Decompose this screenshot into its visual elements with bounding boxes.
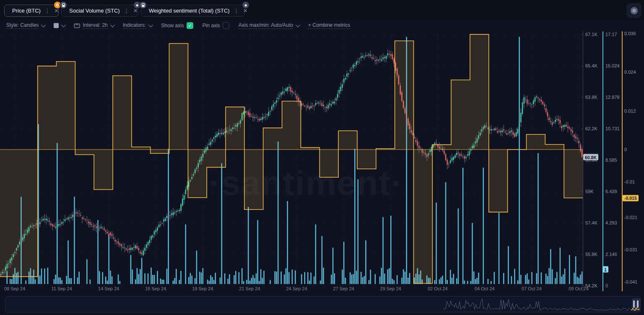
price-candle	[389, 54, 390, 54]
brush-handle-right[interactable]	[637, 300, 639, 308]
combine-metrics-button[interactable]: + Combine metrics	[308, 22, 350, 29]
style-dropdown[interactable]: Style: Candles	[6, 22, 44, 29]
price-candle	[218, 133, 219, 135]
social-volume-bar	[315, 225, 317, 284]
tab-label: Social Volume (STC)	[69, 8, 120, 14]
social-volume-axis-line[interactable]	[602, 31, 603, 291]
social-volume-bar	[545, 274, 547, 284]
social-volume-bar	[295, 271, 296, 284]
price-candle	[320, 103, 321, 103]
social-volume-bar	[260, 269, 262, 284]
show-axis-toggle[interactable]: Show axis ✓	[161, 22, 193, 29]
price-candle	[303, 104, 304, 105]
social-volume-bar	[99, 271, 100, 284]
price-candle	[141, 253, 143, 254]
price-candle	[453, 157, 454, 160]
price-candle	[210, 142, 211, 145]
brush-handle-left[interactable]	[633, 300, 635, 308]
price-candle	[256, 117, 257, 118]
price-candle	[124, 248, 125, 248]
price-candle	[166, 216, 168, 218]
social-volume-bar	[358, 179, 359, 284]
price-candle	[415, 139, 417, 142]
price-tick-label: 57.4K	[585, 220, 597, 225]
price-candle	[325, 107, 326, 107]
kebab-menu-icon[interactable]: ⋮	[123, 8, 130, 14]
tab-price-btc[interactable]: Price (BTC) ⋮ ✕	[4, 5, 59, 17]
price-candle	[318, 103, 319, 103]
main-chart-canvas[interactable]	[0, 31, 583, 294]
price-candle	[456, 153, 457, 155]
social-volume-bar	[382, 217, 384, 284]
price-candle	[514, 134, 515, 137]
x-axis-date-label: 24 Sep 24	[286, 286, 307, 291]
social-volume-bar	[387, 269, 389, 284]
pin-axis-checkbox[interactable]	[223, 22, 229, 29]
social-volume-bar	[57, 143, 58, 284]
timeline-minimap[interactable]	[5, 296, 641, 312]
price-candle	[54, 225, 55, 227]
tab-social-volume[interactable]: Social Volume (STC) ⋮ ✕	[61, 5, 138, 17]
x-axis-date-label: 27 Sep 24	[333, 286, 354, 291]
social-volume-bar	[286, 268, 287, 284]
social-volume-bar	[322, 236, 323, 284]
kebab-menu-icon[interactable]: ⋮	[233, 8, 240, 14]
price-candle	[88, 222, 89, 223]
social-volume-bar	[119, 281, 121, 284]
chevron-down-icon	[41, 23, 46, 27]
show-axis-checkbox[interactable]: ✓	[187, 22, 193, 29]
tab-weighted-sentiment[interactable]: Weighted sentiment (Total) (STC) ⋮ ✕	[141, 5, 245, 17]
price-candle	[541, 100, 542, 102]
price-candle	[323, 105, 324, 106]
price-candle	[105, 230, 106, 231]
price-candle	[182, 199, 183, 206]
social-volume-bar	[55, 275, 56, 284]
price-candle	[66, 219, 68, 219]
social-volume-bar	[190, 273, 191, 284]
interval-dropdown[interactable]: Interval: 2h	[74, 22, 113, 29]
social-tick-label: 6.439	[605, 189, 617, 194]
price-candle	[519, 124, 520, 128]
price-candle	[144, 248, 145, 251]
social-volume-bar	[249, 281, 251, 284]
sentiment-axis-line[interactable]	[622, 31, 623, 291]
price-candle	[500, 131, 501, 132]
price-candle	[114, 240, 116, 241]
axis-maxmin-dropdown[interactable]: Axis max/min: Auto/Auto	[239, 22, 299, 29]
color-swatch-dropdown[interactable]	[54, 23, 65, 28]
price-candle	[246, 112, 247, 112]
tab-label: Price (BTC)	[12, 8, 41, 14]
price-candle	[107, 232, 108, 233]
social-volume-bar	[574, 273, 575, 284]
price-candle	[173, 212, 174, 215]
price-candle	[112, 234, 113, 236]
minimap-history-line	[443, 299, 631, 310]
price-candle	[52, 224, 53, 226]
price-candle	[169, 215, 171, 216]
price-candle	[304, 106, 305, 106]
price-candle	[296, 96, 298, 99]
price-candle	[364, 57, 365, 58]
price-candle	[143, 250, 144, 255]
social-volume-bar	[11, 279, 13, 284]
pin-axis-toggle[interactable]: Pin axis	[203, 22, 229, 29]
social-volume-bar	[580, 274, 581, 284]
social-volume-bar	[78, 272, 80, 284]
price-candle	[420, 149, 421, 149]
price-candle	[209, 144, 210, 145]
social-volume-bar	[60, 278, 61, 284]
price-candle	[458, 153, 459, 154]
price-axis-line[interactable]	[583, 31, 583, 291]
social-volume-bar	[394, 280, 395, 284]
close-icon[interactable]: ✕	[54, 8, 59, 13]
price-candle	[180, 204, 182, 211]
price-candle	[387, 54, 389, 55]
kebab-menu-icon[interactable]: ⋮	[44, 8, 51, 14]
axis-maxmin-label: Axis max/min: Auto/Auto	[239, 22, 293, 29]
social-volume-bar	[453, 274, 454, 284]
price-candle	[156, 230, 157, 232]
indicators-dropdown[interactable]: Indicators:	[123, 22, 152, 29]
chart-settings-button[interactable]	[626, 3, 641, 18]
price-candle	[560, 120, 561, 124]
price-candle	[104, 228, 105, 230]
